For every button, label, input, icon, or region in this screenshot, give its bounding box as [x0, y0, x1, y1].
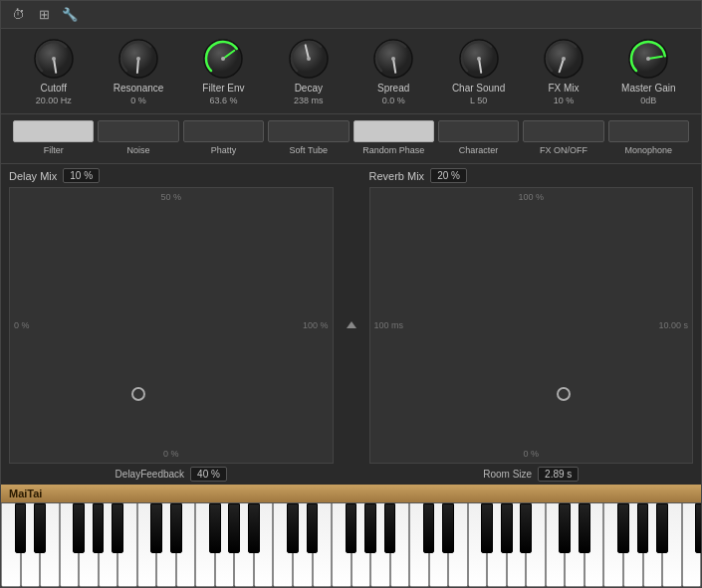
- reverb-title: Reverb Mix: [369, 170, 425, 182]
- plugin-container: ⏱ ⊞ 🔧 Cutoff20.00 Hz Resonance0 %: [0, 0, 702, 588]
- reverb-pad-left-label: 100 ms: [374, 320, 404, 330]
- knobs-section: Cutoff20.00 Hz Resonance0 % Filter Env63…: [1, 29, 701, 114]
- knob-decay: Decay238 ms: [268, 37, 349, 105]
- black-key[interactable]: [364, 503, 376, 553]
- black-key[interactable]: [15, 503, 27, 553]
- knob-fx_mix-value: 10 %: [554, 96, 575, 105]
- toggle-pad-noise[interactable]: [98, 120, 178, 142]
- black-key[interactable]: [656, 503, 668, 553]
- knob-filter_env-value: 63.6 %: [209, 96, 237, 105]
- black-key[interactable]: [307, 503, 319, 553]
- black-key[interactable]: [73, 503, 85, 553]
- toggle-pad-character[interactable]: [438, 120, 519, 142]
- delay-pad-bottom-label: 0 %: [163, 449, 179, 459]
- knob-filter_env-control[interactable]: [201, 37, 245, 81]
- black-key[interactable]: [150, 503, 162, 553]
- room-size-label: Room Size: [483, 469, 532, 480]
- buttons-section: FilterNoisePhattySoft TubeRandom PhaseCh…: [1, 114, 701, 164]
- delay-footer: DelayFeedback 40 %: [1, 464, 342, 485]
- knob-cutoff-label: Cutoff: [40, 83, 67, 94]
- toggle-pad-fx_on_off[interactable]: [523, 120, 603, 142]
- delay-pad-right-label: 100 %: [303, 320, 329, 330]
- reverb-pad-right-label: 10.00 s: [658, 320, 688, 330]
- toggle-label-random_phase: Random Phase: [362, 145, 424, 155]
- knob-decay-control[interactable]: [287, 37, 331, 81]
- delay-feedback-label: DelayFeedback: [116, 469, 184, 480]
- knob-spread: Spread0.0 %: [353, 37, 434, 105]
- black-key[interactable]: [559, 503, 571, 553]
- black-key[interactable]: [112, 503, 123, 553]
- knob-cutoff-control[interactable]: [32, 37, 76, 81]
- delay-pad-left-label: 0 %: [14, 320, 30, 330]
- knob-spread-label: Spread: [377, 83, 409, 94]
- knob-decay-label: Decay: [295, 83, 323, 94]
- wrench-icon[interactable]: 🔧: [61, 6, 79, 24]
- reverb-panel: Reverb Mix 20 % 100 % 100 ms 10.00 s 0 %…: [361, 164, 702, 485]
- knob-char_sound-control[interactable]: [457, 37, 501, 81]
- toggle-pad-soft_tube[interactable]: [268, 120, 349, 142]
- knob-master_gain-label: Master Gain: [621, 83, 675, 94]
- delay-value[interactable]: 10 %: [63, 168, 100, 183]
- piano-keys: [1, 503, 701, 587]
- knob-char_sound: Char SoundL 50: [438, 37, 519, 105]
- svg-line-4: [137, 59, 138, 73]
- svg-point-11: [307, 57, 311, 61]
- black-key[interactable]: [579, 503, 590, 553]
- knob-master_gain-control[interactable]: [626, 37, 670, 81]
- toggle-btn-soft_tube: Soft Tube: [268, 120, 349, 155]
- reverb-header: Reverb Mix 20 %: [361, 164, 702, 187]
- black-key[interactable]: [384, 503, 396, 553]
- black-key[interactable]: [34, 503, 46, 553]
- knob-master_gain: Master Gain0dB: [608, 37, 689, 105]
- toggle-pad-phatty[interactable]: [183, 120, 264, 142]
- toggle-pad-monophone[interactable]: [608, 120, 689, 142]
- toolbar: ⏱ ⊞ 🔧: [1, 1, 701, 29]
- black-key[interactable]: [442, 503, 454, 553]
- black-key[interactable]: [520, 503, 532, 553]
- black-key[interactable]: [481, 503, 493, 553]
- delay-cursor: [131, 387, 145, 401]
- knob-resonance-value: 0 %: [130, 96, 146, 105]
- knob-resonance: Resonance0 %: [98, 37, 178, 105]
- knob-char_sound-label: Char Sound: [452, 83, 505, 94]
- black-key[interactable]: [287, 503, 299, 553]
- black-key[interactable]: [209, 503, 221, 553]
- knob-master_gain-value: 0dB: [640, 96, 656, 105]
- room-size-value[interactable]: 2.89 s: [538, 467, 579, 482]
- black-key[interactable]: [501, 503, 513, 553]
- delay-xy-pad[interactable]: 50 % 0 % 100 % 0 %: [9, 187, 334, 464]
- black-key[interactable]: [228, 503, 240, 553]
- black-key[interactable]: [637, 503, 649, 553]
- toggle-pad-filter[interactable]: [13, 120, 94, 142]
- delay-feedback-value[interactable]: 40 %: [190, 467, 227, 482]
- collapse-arrow[interactable]: [347, 321, 356, 328]
- reverb-cursor: [557, 387, 571, 401]
- reverb-xy-pad[interactable]: 100 % 100 ms 10.00 s 0 %: [369, 187, 694, 464]
- knob-resonance-label: Resonance: [114, 83, 164, 94]
- black-key[interactable]: [617, 503, 629, 553]
- toggle-btn-phatty: Phatty: [183, 120, 264, 155]
- black-key[interactable]: [346, 503, 357, 553]
- knob-fx_mix-control[interactable]: [542, 37, 585, 81]
- reverb-pad-bottom-label: 0 %: [523, 449, 539, 459]
- black-key[interactable]: [423, 503, 435, 553]
- knob-char_sound-value: L 50: [470, 96, 487, 105]
- toggle-label-filter: Filter: [44, 145, 64, 155]
- toggle-label-monophone: Monophone: [625, 145, 673, 155]
- toggle-label-phatty: Phatty: [211, 145, 237, 155]
- toggle-btn-character: Character: [438, 120, 519, 155]
- knob-filter_env-label: Filter Env: [202, 83, 244, 94]
- knob-resonance-control[interactable]: [117, 37, 160, 81]
- black-key[interactable]: [695, 503, 701, 553]
- svg-point-14: [391, 57, 395, 61]
- knob-fx_mix-label: FX Mix: [548, 83, 579, 94]
- layers-icon[interactable]: ⊞: [35, 6, 53, 24]
- reverb-value[interactable]: 20 %: [430, 168, 467, 183]
- black-key[interactable]: [170, 503, 182, 553]
- clock-icon[interactable]: ⏱: [9, 6, 27, 24]
- toggle-pad-random_phase[interactable]: [353, 120, 434, 142]
- black-key[interactable]: [248, 503, 260, 553]
- black-key[interactable]: [93, 503, 105, 553]
- svg-point-5: [136, 57, 140, 61]
- knob-spread-control[interactable]: [371, 37, 415, 81]
